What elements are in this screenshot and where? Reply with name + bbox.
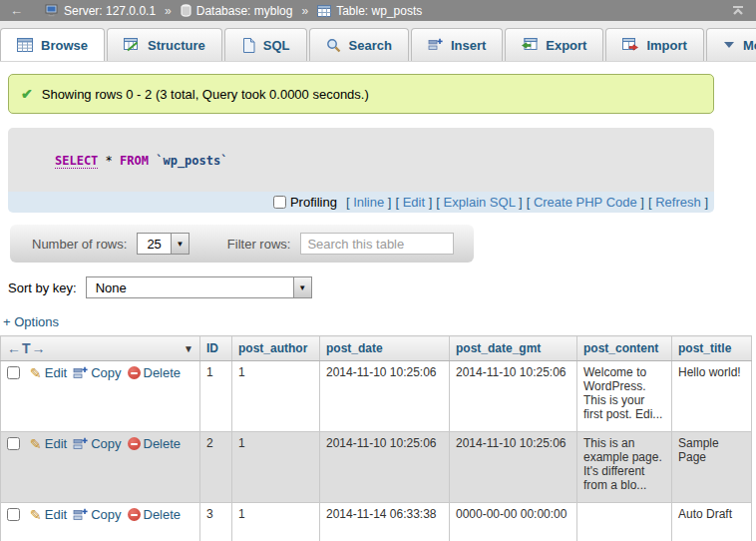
rows-per-page-select[interactable]: 25 ▼ — [137, 233, 189, 255]
delete-icon — [128, 366, 141, 379]
sql-query-text: SELECT * FROM `wp_posts` — [8, 128, 714, 192]
explain-sql-link[interactable]: Explain SQL — [444, 195, 516, 210]
collapse-top-icon[interactable] — [730, 5, 746, 16]
cell-post-author: 1 — [232, 361, 320, 432]
delete-row-link[interactable]: Delete — [128, 436, 182, 451]
sort-key-value: None — [87, 280, 136, 295]
bracket: ] — [388, 195, 392, 210]
edit-pencil-icon: ✎ — [30, 366, 42, 380]
cell-post-title: Auto Draft — [672, 503, 752, 541]
back-icon[interactable]: ← — [10, 3, 23, 18]
table-icon — [317, 5, 331, 17]
profiling-label: Profiling — [290, 195, 337, 210]
tab-search[interactable]: Search — [309, 28, 409, 61]
tab-sql[interactable]: SQL — [224, 28, 307, 61]
tab-insert[interactable]: Insert — [411, 28, 503, 61]
row-checkbox[interactable] — [7, 366, 20, 379]
options-toggle-link[interactable]: + Options — [3, 314, 59, 329]
cell-post-date-gmt: 2014-11-10 10:25:06 — [450, 432, 577, 503]
row-actions-cell: ✎ Edit Copy Delete — [1, 503, 200, 541]
create-php-link[interactable]: Create PHP Code — [534, 195, 637, 210]
breadcrumb-table-label: Table: wp_posts — [336, 4, 422, 18]
copy-label: Copy — [91, 507, 121, 522]
sort-key-select[interactable]: None ▼ — [86, 276, 312, 298]
cell-id: 1 — [200, 361, 232, 432]
browse-icon — [17, 38, 33, 52]
cell-post-date: 2014-11-10 10:25:06 — [320, 432, 450, 503]
edit-row-link[interactable]: ✎ Edit — [30, 365, 67, 380]
tab-more[interactable]: More — [706, 28, 756, 61]
header-post-date-gmt[interactable]: post_date_gmt — [450, 336, 577, 361]
tab-import[interactable]: Import — [605, 28, 703, 61]
explain-sql-link-wrap: [ Explain SQL ] — [436, 195, 522, 210]
cell-post-title: Hello world! — [672, 361, 752, 432]
database-icon — [181, 4, 191, 17]
tab-browse[interactable]: Browse — [0, 28, 105, 61]
breadcrumb-database[interactable]: Database: myblog — [181, 4, 293, 18]
delete-icon — [128, 437, 141, 450]
breadcrumb-database-label: Database: myblog — [196, 4, 293, 18]
cell-post-date: 2014-11-14 06:33:38 — [320, 503, 450, 541]
header-post-content[interactable]: post_content — [577, 336, 672, 361]
bracket: ] — [519, 195, 523, 210]
header-id[interactable]: ID — [200, 336, 232, 361]
edit-pencil-icon: ✎ — [30, 437, 42, 451]
delete-label: Delete — [144, 365, 182, 380]
delete-row-link[interactable]: Delete — [128, 507, 182, 522]
row-actions-cell: ✎ Edit Copy Delete — [1, 361, 200, 432]
select-arrow-icon: ▼ — [293, 277, 311, 297]
inline-link-wrap: [ Inline ] — [346, 195, 392, 210]
sql-star: * — [106, 154, 113, 168]
edit-query-link[interactable]: Edit — [403, 195, 425, 210]
refresh-link[interactable]: Refresh — [655, 195, 701, 210]
table-row: ✎ Edit Copy Delete — [1, 503, 752, 541]
tab-export[interactable]: Export — [505, 28, 603, 61]
sql-keyword-select[interactable]: SELECT — [55, 154, 98, 168]
copy-row-link[interactable]: Copy — [73, 507, 121, 522]
delete-label: Delete — [144, 507, 182, 522]
row-checkbox[interactable] — [7, 508, 20, 521]
edit-label: Edit — [45, 507, 67, 522]
copy-icon — [73, 366, 88, 380]
cell-post-date-gmt: 2014-11-10 10:25:06 — [450, 361, 577, 432]
sql-keyword-from: FROM — [120, 154, 149, 168]
copy-row-link[interactable]: Copy — [73, 365, 121, 380]
cell-post-content: This is an example page. It's different … — [577, 432, 672, 503]
results-table: ←T→ ▼ ID post_author post_date post_date… — [0, 335, 752, 541]
copy-row-link[interactable]: Copy — [73, 436, 121, 451]
edit-row-link[interactable]: ✎ Edit — [30, 436, 67, 451]
filter-rows-label: Filter rows: — [227, 237, 291, 252]
select-arrow-icon: ▼ — [171, 234, 189, 254]
cell-post-content: Welcome to WordPress. This is your first… — [577, 361, 672, 432]
header-post-author[interactable]: post_author — [232, 336, 320, 361]
breadcrumb-table[interactable]: Table: wp_posts — [317, 4, 422, 18]
header-actions: ←T→ ▼ — [1, 336, 200, 361]
delete-row-link[interactable]: Delete — [128, 365, 182, 380]
edit-row-link[interactable]: ✎ Edit — [30, 507, 67, 522]
copy-icon — [73, 508, 88, 522]
delete-label: Delete — [144, 436, 182, 451]
breadcrumb-server[interactable]: Server: 127.0.0.1 — [45, 4, 156, 18]
tab-export-label: Export — [546, 38, 586, 53]
inline-link[interactable]: Inline — [353, 195, 384, 210]
sort-dropdown-icon[interactable]: ▼ — [184, 343, 193, 354]
copy-icon — [73, 437, 88, 451]
bracket: [ — [346, 195, 350, 210]
cell-post-content — [577, 503, 672, 541]
breadcrumb-server-label: Server: 127.0.0.1 — [64, 4, 156, 18]
bracket: [ — [395, 195, 399, 210]
header-post-title[interactable]: post_title — [672, 336, 752, 361]
cell-post-title: Sample Page — [672, 432, 752, 503]
header-post-date[interactable]: post_date — [320, 336, 450, 361]
column-nav-icon[interactable]: ←T→ — [7, 340, 47, 356]
bracket: [ — [527, 195, 531, 210]
edit-query-link-wrap: [ Edit ] — [395, 195, 432, 210]
cell-post-author: 1 — [232, 503, 320, 541]
tab-structure[interactable]: Structure — [107, 28, 222, 61]
delete-icon — [128, 508, 141, 521]
number-of-rows-label: Number of rows: — [32, 237, 127, 252]
row-checkbox[interactable] — [7, 437, 20, 450]
filter-rows-input[interactable] — [300, 233, 454, 255]
profiling-checkbox[interactable] — [273, 196, 286, 209]
copy-label: Copy — [91, 365, 121, 380]
